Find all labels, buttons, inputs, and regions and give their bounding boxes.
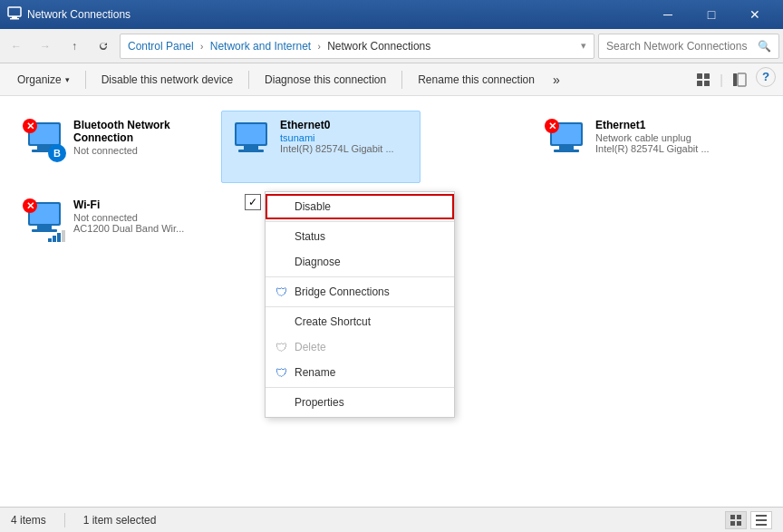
cm-sep-2: [266, 276, 454, 277]
svg-rect-3: [697, 73, 702, 79]
statusbar-separator: [64, 513, 65, 527]
list-toggle[interactable]: [750, 511, 772, 529]
svg-rect-31: [756, 524, 767, 526]
help-button[interactable]: ?: [756, 67, 776, 87]
net-item-ethernet1[interactable]: ✕ Ethernet1 Network cable unplug Intel(R…: [536, 111, 736, 183]
ethernet1-icon-wrap: ✕: [545, 119, 588, 162]
net-item-ethernet0[interactable]: Ethernet0 tsunami Intel(R) 82574L Gigabi…: [221, 111, 420, 183]
cm-sep-4: [266, 387, 454, 388]
net-item-wifi[interactable]: ✕ Wi-Fi Not connected AC1200 Dual Band W…: [14, 190, 214, 263]
up-button[interactable]: ↑: [62, 34, 87, 59]
more-button[interactable]: »: [546, 67, 566, 92]
cm-shortcut[interactable]: Create Shortcut: [266, 309, 454, 334]
context-menu: Disable Status Diagnose 🛡 Bridge Connect…: [265, 191, 455, 418]
window-icon: [7, 6, 22, 24]
forward-button[interactable]: →: [33, 34, 58, 59]
addressbar: ← → ↑ Control Panel › Network and Intern…: [0, 29, 783, 63]
bridge-shield-icon: 🛡: [273, 284, 289, 300]
bluetooth-icon-wrap: B ✕: [23, 119, 66, 162]
svg-rect-4: [704, 73, 710, 79]
search-input[interactable]: [606, 40, 758, 53]
svg-rect-7: [733, 73, 737, 86]
toolbar-separator-1: [85, 71, 86, 89]
delete-shield-icon: 🛡: [273, 339, 289, 355]
shortcut-icon: [273, 314, 289, 330]
error-badge-ethernet1: ✕: [545, 119, 559, 133]
bluetooth-badge: B: [48, 144, 66, 162]
back-button[interactable]: ←: [4, 34, 29, 59]
ethernet0-info: Ethernet0 tsunami Intel(R) 82574L Gigabi…: [280, 119, 394, 154]
breadcrumb[interactable]: Control Panel › Network and Internet › N…: [120, 34, 594, 59]
svg-rect-26: [737, 515, 741, 519]
svg-rect-15: [244, 146, 258, 150]
ethernet0-icon-wrap: [229, 119, 273, 162]
cm-disable[interactable]: Disable: [266, 194, 454, 219]
toolbar-separator-2: [248, 71, 249, 89]
wifi-info: Wi-Fi Not connected AC1200 Dual Band Wir…: [73, 198, 184, 234]
pane-button[interactable]: [727, 67, 752, 92]
organize-chevron: ▾: [65, 75, 70, 84]
svg-rect-16: [238, 150, 264, 152]
properties-icon: [273, 394, 289, 411]
svg-rect-0: [8, 7, 21, 16]
cm-rename[interactable]: 🛡 Rename: [266, 360, 454, 385]
bluetooth-info: Bluetooth Network Connection Not connect…: [73, 119, 170, 156]
organize-button[interactable]: Organize ▾: [7, 67, 80, 92]
svg-rect-5: [697, 81, 702, 86]
rename-connection-button[interactable]: Rename this connection: [408, 67, 545, 92]
diagnose-button[interactable]: Diagnose this connection: [255, 67, 396, 92]
titlebar: Network Connections ─ □ ✕: [0, 0, 783, 29]
toolbar-right: | ?: [691, 67, 776, 92]
svg-rect-19: [559, 146, 574, 150]
window-title: Network Connections: [27, 8, 647, 21]
svg-rect-29: [756, 515, 767, 517]
close-button[interactable]: ✕: [734, 0, 776, 29]
disable-icon: [273, 198, 289, 215]
toolbar-separator-3: [401, 71, 402, 89]
toolbar: Organize ▾ Disable this network device D…: [0, 63, 783, 96]
svg-rect-25: [730, 515, 735, 519]
breadcrumb-text: Control Panel › Network and Internet › N…: [128, 40, 430, 53]
net-item-bluetooth[interactable]: B ✕ Bluetooth Network Connection Not con…: [14, 111, 214, 183]
refresh-button[interactable]: [91, 34, 116, 59]
cm-diagnose[interactable]: Diagnose: [266, 249, 454, 275]
window-controls: ─ □ ✕: [647, 0, 776, 29]
svg-rect-20: [554, 150, 579, 152]
cm-sep-3: [266, 306, 454, 307]
cm-status[interactable]: Status: [266, 224, 454, 249]
ethernet0-computer-icon: [229, 119, 273, 162]
statusbar: 4 items 1 item selected: [0, 507, 783, 532]
ethernet1-info: Ethernet1 Network cable unplug Intel(R) …: [595, 119, 710, 154]
selected-count: 1 item selected: [83, 514, 157, 527]
view-toggle: [725, 511, 772, 529]
view-options-button[interactable]: [691, 67, 716, 92]
disable-device-button[interactable]: Disable this network device: [92, 67, 243, 92]
svg-rect-6: [704, 81, 710, 86]
search-box[interactable]: 🔍: [598, 34, 779, 59]
rename-shield-icon: 🛡: [273, 364, 289, 381]
svg-rect-2: [10, 18, 19, 20]
cm-properties[interactable]: Properties: [266, 390, 454, 415]
error-badge-bluetooth: ✕: [23, 119, 37, 133]
ethernet0-checkbox: ✓: [245, 194, 261, 210]
svg-rect-27: [730, 521, 735, 526]
status-icon: [273, 228, 289, 245]
svg-rect-30: [756, 519, 767, 521]
cm-delete[interactable]: 🛡 Delete: [266, 334, 454, 360]
item-count: 4 items: [11, 514, 46, 527]
svg-rect-1: [12, 16, 17, 18]
diagnose-icon: [273, 254, 289, 270]
cm-sep-1: [266, 221, 454, 222]
content-area: B ✕ Bluetooth Network Connection Not con…: [0, 96, 783, 532]
svg-rect-8: [738, 73, 746, 86]
cm-bridge[interactable]: 🛡 Bridge Connections: [266, 279, 454, 305]
svg-rect-28: [737, 521, 741, 526]
wifi-icon-wrap: ✕: [23, 198, 66, 242]
large-icons-toggle[interactable]: [725, 511, 747, 529]
svg-rect-14: [237, 124, 266, 144]
error-badge-wifi: ✕: [23, 198, 37, 213]
minimize-button[interactable]: ─: [647, 0, 689, 29]
wifi-signal-badge: [48, 227, 66, 242]
search-icon: 🔍: [758, 40, 771, 53]
maximize-button[interactable]: □: [691, 0, 732, 29]
